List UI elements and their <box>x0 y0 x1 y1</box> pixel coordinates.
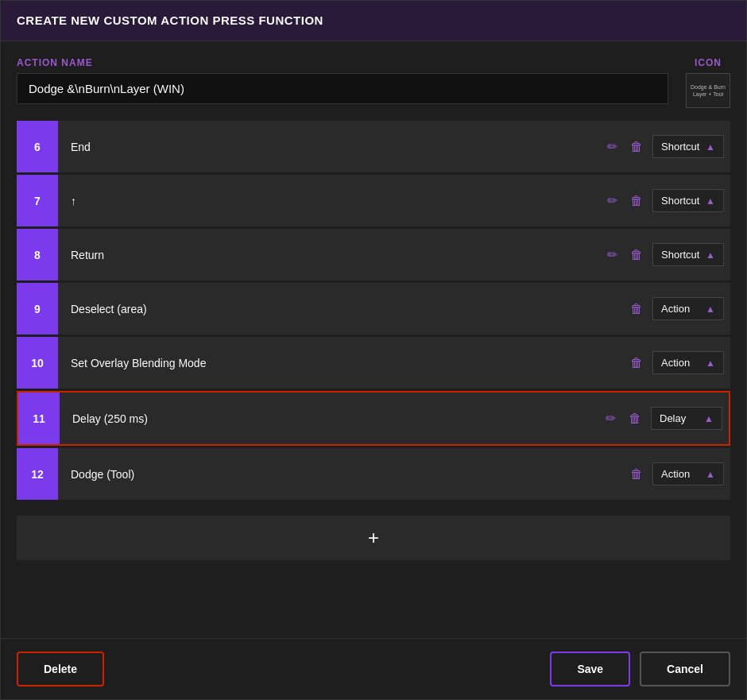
action-name-input[interactable] <box>17 73 668 104</box>
edit-button-11[interactable]: ✏ <box>602 408 619 429</box>
list-item-highlighted: 11 Delay (250 ms) ✏ 🗑 Delay ▲ <box>17 391 730 446</box>
item-actions-11: ✏ 🗑 Delay ▲ <box>602 407 729 430</box>
item-actions-12: 🗑 Action ▲ <box>627 462 730 485</box>
edit-icon-8: ✏ <box>607 247 617 262</box>
save-button[interactable]: Save <box>550 652 630 686</box>
action-name-label: ACTION NAME <box>17 57 673 68</box>
chevron-up-icon-7: ▲ <box>706 195 715 207</box>
item-type-label-12: Action <box>661 468 690 480</box>
item-actions-7: ✏ 🗑 Shortcut ▲ <box>604 189 730 212</box>
item-type-12[interactable]: Action ▲ <box>652 462 724 485</box>
chevron-up-icon-8: ▲ <box>706 249 715 261</box>
item-type-7[interactable]: Shortcut ▲ <box>652 189 724 212</box>
item-type-label-8: Shortcut <box>661 249 699 261</box>
item-number-11: 11 <box>18 393 60 444</box>
modal-title: CREATE NEW CUSTOM ACTION PRESS FUNCTION <box>17 14 323 27</box>
modal-header: CREATE NEW CUSTOM ACTION PRESS FUNCTION <box>1 1 746 41</box>
list-item: 7 ↑ ✏ 🗑 Shortcut ▲ <box>17 175 730 226</box>
chevron-up-icon-6: ▲ <box>706 141 715 153</box>
item-type-9[interactable]: Action ▲ <box>652 297 724 320</box>
field-section: ACTION NAME ICON Dodge & BurnLayer + Too… <box>17 57 730 108</box>
item-type-label-7: Shortcut <box>661 195 699 207</box>
modal-footer: Delete Save Cancel <box>1 638 746 699</box>
item-number-7: 7 <box>17 175 58 226</box>
list-item: 12 Dodge (Tool) 🗑 Action ▲ <box>17 448 730 500</box>
item-actions-8: ✏ 🗑 Shortcut ▲ <box>604 243 730 266</box>
trash-icon-12: 🗑 <box>630 467 643 481</box>
item-type-label-11: Delay <box>660 412 686 424</box>
item-number-6: 6 <box>17 121 58 172</box>
chevron-up-icon-12: ▲ <box>706 469 715 480</box>
trash-button-12[interactable]: 🗑 <box>627 464 646 485</box>
item-label-11: Delay (250 ms) <box>60 412 602 425</box>
item-label-6: End <box>58 141 604 153</box>
list-item: 9 Deselect (area) 🗑 Action ▲ <box>17 283 730 335</box>
chevron-up-icon-9: ▲ <box>706 304 715 315</box>
item-label-10: Set Overlay Blending Mode <box>58 357 627 369</box>
item-type-label-9: Action <box>661 303 690 315</box>
add-icon: + <box>368 527 379 548</box>
item-label-8: Return <box>58 249 604 261</box>
trash-icon-7: 🗑 <box>630 194 643 208</box>
trash-icon-9: 🗑 <box>630 302 643 316</box>
trash-button-8[interactable]: 🗑 <box>627 245 646 265</box>
item-type-6[interactable]: Shortcut ▲ <box>652 135 724 158</box>
item-actions-6: ✏ 🗑 Shortcut ▲ <box>604 135 730 158</box>
list-item: 10 Set Overlay Blending Mode 🗑 Action ▲ <box>17 337 730 389</box>
edit-button-7[interactable]: ✏ <box>604 190 621 211</box>
action-name-section: ACTION NAME <box>17 57 673 104</box>
edit-icon-11: ✏ <box>606 411 616 426</box>
item-label-7: ↑ <box>58 195 604 207</box>
trash-icon-11: 🗑 <box>629 412 641 426</box>
item-label-12: Dodge (Tool) <box>58 468 627 481</box>
item-actions-10: 🗑 Action ▲ <box>627 351 730 374</box>
list-item: 6 End ✏ 🗑 Shortcut ▲ <box>17 121 730 172</box>
icon-section: ICON Dodge & BurnLayer + Tool <box>686 57 730 108</box>
add-item-button[interactable]: + <box>17 516 730 560</box>
item-type-label-10: Action <box>661 357 690 369</box>
item-label-9: Deselect (area) <box>58 303 627 315</box>
trash-button-10[interactable]: 🗑 <box>627 353 646 373</box>
chevron-up-icon-10: ▲ <box>706 358 715 369</box>
trash-button-11[interactable]: 🗑 <box>625 408 644 429</box>
item-type-label-6: Shortcut <box>661 141 699 153</box>
items-list: 6 End ✏ 🗑 Shortcut ▲ 7 <box>17 121 730 500</box>
edit-button-6[interactable]: ✏ <box>604 136 621 157</box>
trash-button-9[interactable]: 🗑 <box>627 299 646 319</box>
trash-icon-6: 🗑 <box>630 140 643 154</box>
item-type-11[interactable]: Delay ▲ <box>651 407 722 430</box>
item-number-12: 12 <box>17 448 58 500</box>
trash-icon-8: 🗑 <box>630 248 643 262</box>
edit-icon-6: ✏ <box>607 139 617 154</box>
delete-button[interactable]: Delete <box>17 652 104 686</box>
item-number-8: 8 <box>17 229 58 280</box>
icon-preview-text: Dodge & BurnLayer + Tool <box>691 83 726 98</box>
footer-right: Save Cancel <box>550 652 730 686</box>
modal-body: ACTION NAME ICON Dodge & BurnLayer + Too… <box>1 41 746 638</box>
modal-container: CREATE NEW CUSTOM ACTION PRESS FUNCTION … <box>0 0 747 700</box>
item-type-8[interactable]: Shortcut ▲ <box>652 243 724 266</box>
trash-icon-10: 🗑 <box>630 356 643 370</box>
item-number-9: 9 <box>17 283 58 335</box>
list-item: 8 Return ✏ 🗑 Shortcut ▲ <box>17 229 730 280</box>
icon-label: ICON <box>695 57 722 68</box>
item-type-10[interactable]: Action ▲ <box>652 351 724 374</box>
icon-preview[interactable]: Dodge & BurnLayer + Tool <box>686 73 730 108</box>
chevron-up-icon-11: ▲ <box>704 413 714 424</box>
item-number-10: 10 <box>17 337 58 389</box>
item-actions-9: 🗑 Action ▲ <box>627 297 730 320</box>
trash-button-7[interactable]: 🗑 <box>627 191 646 211</box>
edit-button-8[interactable]: ✏ <box>604 244 621 265</box>
edit-icon-7: ✏ <box>607 193 617 208</box>
trash-button-6[interactable]: 🗑 <box>627 137 646 157</box>
cancel-button[interactable]: Cancel <box>640 652 730 686</box>
